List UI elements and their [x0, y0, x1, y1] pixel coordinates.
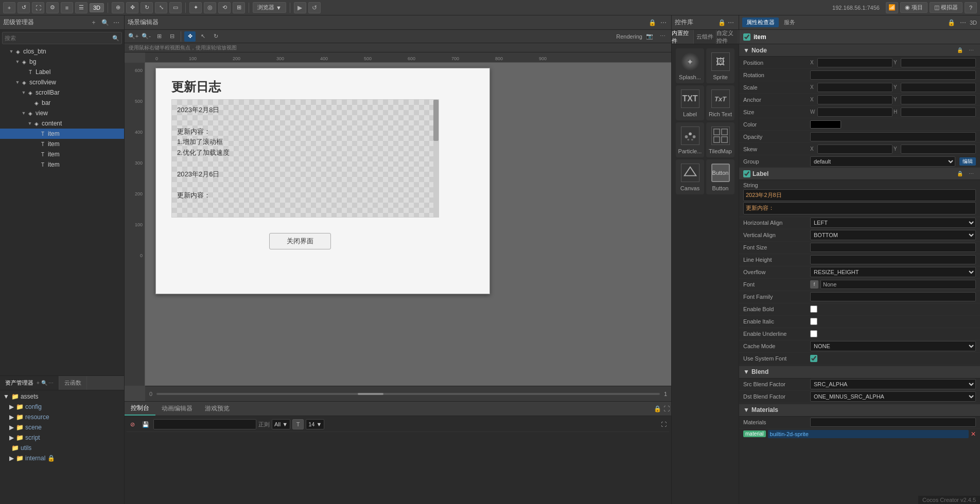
- asset-folder-internal[interactable]: ▶ 📁 internal 🔒: [1, 453, 123, 463]
- tab-cloud-fn[interactable]: 云函数: [59, 376, 87, 390]
- scene-nodes-options-btn[interactable]: ⋯: [726, 18, 736, 27]
- line-height-input[interactable]: 20: [810, 255, 976, 264]
- scene-select-btn[interactable]: ↖: [197, 31, 208, 42]
- label-section-opts[interactable]: ⋯: [967, 169, 976, 178]
- node-particle[interactable]: Particle...: [676, 122, 704, 157]
- node-section-header[interactable]: ▼ Node 🔒 ⋯: [739, 44, 980, 57]
- cache-mode-select[interactable]: NONE BITMAP CHAR: [810, 341, 976, 351]
- tree-item-bar[interactable]: ◈ bar: [0, 98, 124, 108]
- group-select[interactable]: default: [810, 156, 955, 167]
- node-button-type[interactable]: Button Button: [706, 159, 734, 194]
- tree-item-content[interactable]: ▼ ◈ content: [0, 118, 124, 129]
- label-section-lock[interactable]: 🔒: [955, 169, 965, 178]
- canvas-viewport[interactable]: 更新日志 2023年2月8日 更新内容： 1.增加了滚动框 2.优化了加载速度: [145, 63, 671, 386]
- opacity-input[interactable]: 255: [810, 132, 976, 141]
- scene-more-btn[interactable]: ⋯: [657, 31, 668, 42]
- node-splash[interactable]: ✦ Splash...: [676, 48, 704, 83]
- rotate-btn[interactable]: ↻: [141, 2, 153, 13]
- local-btn[interactable]: ⟲: [218, 2, 231, 13]
- tab-preview[interactable]: 游戏预览: [199, 402, 236, 416]
- bottom-lock-btn[interactable]: 🔒: [653, 404, 662, 413]
- font-size-input[interactable]: 16: [810, 243, 976, 252]
- materials-section-header[interactable]: ▼ Materials: [739, 404, 980, 417]
- tab-custom[interactable]: 自定义控件: [716, 30, 739, 44]
- v-align-select[interactable]: BOTTOM TOP CENTER: [810, 230, 976, 240]
- skew-x-input[interactable]: 0: [817, 145, 892, 154]
- tab-inspector[interactable]: 属性检查器: [742, 17, 779, 27]
- scene-lock-btn[interactable]: 🔒: [647, 18, 657, 27]
- use-system-font-checkbox[interactable]: [810, 355, 817, 362]
- browse-btn[interactable]: 浏览器 ▼: [253, 2, 286, 13]
- hierarchy-menu-btn[interactable]: +: [89, 18, 98, 27]
- simulate-btn[interactable]: ◫ 模拟器: [930, 2, 962, 13]
- fullscreen-btn[interactable]: ⛶: [32, 2, 44, 13]
- h-align-select[interactable]: LEFT CENTER RIGHT: [810, 218, 976, 228]
- enable-italic-checkbox[interactable]: [810, 318, 817, 325]
- play-btn[interactable]: ▶: [294, 2, 306, 13]
- gizmo-btn[interactable]: ✦: [189, 2, 202, 13]
- console-size-select[interactable]: 14 ▼: [306, 419, 324, 429]
- rotation-input[interactable]: 0: [810, 70, 976, 80]
- tab-assets[interactable]: 资产管理器 + 🔍 ⋯: [0, 376, 59, 390]
- console-filter-input[interactable]: [153, 419, 256, 429]
- tree-item-label[interactable]: T Label: [0, 67, 124, 77]
- node-richtext[interactable]: TxT Rich Text: [706, 85, 734, 120]
- tab-service[interactable]: 服务: [780, 17, 799, 27]
- src-blend-select[interactable]: SRC_ALPHA: [810, 379, 976, 389]
- canvas-scrollbar-h[interactable]: [156, 393, 660, 395]
- cam-btn[interactable]: 📷: [644, 31, 655, 42]
- item-checkbox[interactable]: [743, 33, 750, 41]
- scene-move-btn[interactable]: ✥: [184, 31, 196, 42]
- size-h-input[interactable]: 105.2: [901, 107, 976, 117]
- overflow-select[interactable]: RESIZE_HEIGHT NONE CLAMP SHRINK: [810, 267, 976, 277]
- node-section-opts[interactable]: ⋯: [967, 46, 976, 55]
- mode-3d-btn[interactable]: 3D: [90, 3, 104, 12]
- project-btn[interactable]: ◉ 项目: [900, 2, 927, 13]
- hierarchy-search-btn[interactable]: 🔍: [100, 18, 110, 27]
- node-section-lock[interactable]: 🔒: [955, 46, 965, 55]
- asset-folder-config[interactable]: ▶ 📁 config: [1, 402, 123, 412]
- label-section-header[interactable]: Label 🔒 ⋯: [739, 168, 980, 180]
- canvas-scrollbar-thumb-h[interactable]: [358, 393, 383, 395]
- font-family-input[interactable]: Arial: [810, 292, 976, 301]
- scale-btn[interactable]: ⤡: [155, 2, 167, 13]
- tab-cloud[interactable]: 云组件: [694, 30, 716, 44]
- console-save-btn[interactable]: 💾: [140, 419, 151, 429]
- canvas-area[interactable]: 使用鼠标右键半程视图焦点，使用滚轮缩放视图 0 100 200 300 400 …: [125, 43, 671, 401]
- label-section-checkbox[interactable]: [743, 170, 750, 177]
- props-lock-btn[interactable]: 🔒: [947, 18, 956, 27]
- tree-item-item2[interactable]: T item: [0, 139, 124, 149]
- asset-folder-utils[interactable]: 📁 utils: [1, 443, 123, 453]
- tree-item-bg[interactable]: ▼ ◈ bg: [0, 57, 124, 67]
- font-box[interactable]: None: [820, 280, 976, 289]
- canvas-close-btn[interactable]: 关闭界面: [269, 233, 331, 249]
- anchor-x-input[interactable]: 0: [817, 95, 892, 104]
- props-options-btn[interactable]: ⋯: [958, 18, 968, 27]
- scale-y-input[interactable]: 1: [901, 83, 976, 92]
- size-w-input[interactable]: 760: [817, 107, 892, 117]
- node-tiledmap[interactable]: TiledMap: [706, 122, 734, 157]
- zoom-in-btn[interactable]: 🔍+: [128, 31, 139, 42]
- anchor-y-input[interactable]: 1: [901, 95, 976, 104]
- scale-x-input[interactable]: 1: [817, 83, 892, 92]
- position-x-input[interactable]: -380: [817, 58, 892, 67]
- transform-btn[interactable]: ⊕: [112, 2, 124, 13]
- console-fullscreen-btn[interactable]: ⛶: [658, 419, 669, 429]
- console-font-btn[interactable]: T: [292, 419, 304, 429]
- tab-console[interactable]: 控制台: [125, 402, 155, 416]
- align-btn[interactable]: ⊟: [166, 31, 178, 42]
- color-swatch[interactable]: [810, 120, 841, 129]
- tab-animation[interactable]: 动画编辑器: [155, 402, 199, 416]
- settings-btn[interactable]: ⚙: [46, 2, 59, 13]
- canvas-scrollview[interactable]: 2023年2月8日 更新内容： 1.增加了滚动框 2.优化了加载速度 2023年…: [171, 99, 439, 218]
- tree-item-view[interactable]: ▼ ◈ view: [0, 108, 124, 118]
- enable-bold-checkbox[interactable]: [810, 305, 817, 313]
- position-y-input[interactable]: -10: [901, 58, 976, 67]
- node-canvas-type[interactable]: Canvas: [676, 159, 704, 194]
- asset-folder-assets[interactable]: ▼ 📁 assets: [1, 391, 123, 402]
- group-edit-btn[interactable]: 编辑: [959, 157, 976, 166]
- material-delete-btn[interactable]: ✕: [971, 430, 976, 438]
- asset-folder-script[interactable]: ▶ 📁 script: [1, 433, 123, 443]
- tree-item-clos-btn[interactable]: ▼ ◈ clos_btn: [0, 46, 124, 57]
- snap-btn[interactable]: ⊞: [233, 2, 245, 13]
